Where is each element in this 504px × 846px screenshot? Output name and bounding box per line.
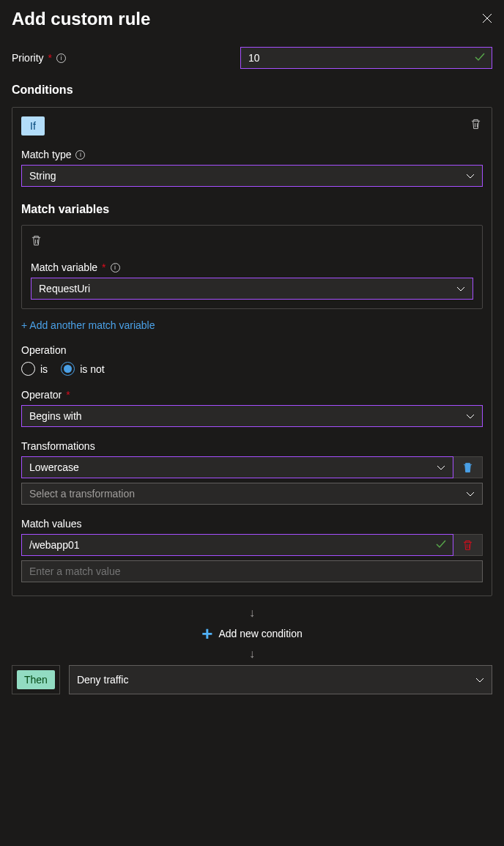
chevron-down-icon [466, 170, 475, 182]
close-button[interactable] [482, 13, 492, 26]
arrow-down-icon: ↓ [12, 648, 492, 661]
transformation-select[interactable]: Lowercase [21, 456, 453, 478]
then-action-select[interactable]: Deny traffic [69, 665, 492, 694]
match-variable-value: RequestUri [39, 283, 90, 294]
plus-icon: + [201, 624, 212, 643]
chevron-down-icon [475, 674, 484, 686]
check-icon [436, 539, 446, 551]
transformation-value: Lowercase [29, 461, 79, 473]
operator-label: Operator [21, 389, 62, 401]
match-values-label: Match values [21, 518, 81, 530]
conditions-header: Conditions [12, 84, 492, 97]
match-type-label: Match type [21, 149, 71, 160]
chevron-down-icon [466, 488, 475, 500]
add-condition-label: Add new condition [218, 628, 302, 639]
chevron-down-icon [437, 461, 445, 473]
priority-input[interactable] [240, 47, 492, 69]
isnot-label: is not [80, 363, 104, 375]
required-marker: * [102, 261, 105, 273]
info-icon[interactable]: i [111, 263, 120, 272]
match-variable-select[interactable]: RequestUri [31, 278, 473, 300]
match-variable-block: Match variable * i RequestUri [21, 225, 483, 309]
match-type-select[interactable]: String [21, 165, 483, 187]
match-value-input[interactable] [21, 534, 453, 556]
info-icon[interactable]: i [75, 150, 85, 160]
transformation-placeholder: Select a transformation [29, 488, 135, 500]
delete-variable-button[interactable] [31, 237, 42, 248]
match-variable-label: Match variable [31, 261, 97, 273]
operation-isnot-radio[interactable]: is not [61, 362, 104, 376]
page-title: Add custom rule [12, 9, 150, 29]
transformation-placeholder-select[interactable]: Select a transformation [21, 483, 483, 505]
then-action-value: Deny traffic [77, 674, 129, 686]
info-icon[interactable]: i [56, 53, 66, 63]
then-badge: Then [17, 670, 55, 689]
match-type-value: String [29, 170, 56, 182]
condition-panel: If Match type i String Match variables M… [12, 107, 492, 596]
operator-value: Begins with [29, 410, 82, 422]
add-match-variable-link[interactable]: + Add another match variable [21, 319, 155, 331]
delete-match-value-button[interactable] [453, 534, 483, 556]
chevron-down-icon [456, 283, 465, 294]
then-badge-container: Then [12, 665, 60, 694]
add-condition-button[interactable]: + Add new condition [12, 624, 492, 643]
transformations-label: Transformations [21, 440, 95, 452]
check-icon [475, 52, 485, 64]
chevron-down-icon [466, 410, 475, 422]
priority-label: Priority [12, 52, 44, 64]
is-label: is [40, 363, 48, 375]
match-value-placeholder-input[interactable] [21, 560, 483, 582]
match-variables-header: Match variables [21, 203, 483, 216]
required-marker: * [66, 389, 70, 401]
operation-label: Operation [21, 344, 66, 356]
arrow-down-icon: ↓ [12, 606, 492, 620]
operator-select[interactable]: Begins with [21, 405, 483, 427]
required-marker: * [48, 52, 52, 64]
if-badge: If [21, 116, 45, 136]
delete-condition-button[interactable] [470, 118, 481, 132]
delete-transformation-button[interactable] [453, 456, 483, 478]
operation-is-radio[interactable]: is [21, 362, 48, 376]
